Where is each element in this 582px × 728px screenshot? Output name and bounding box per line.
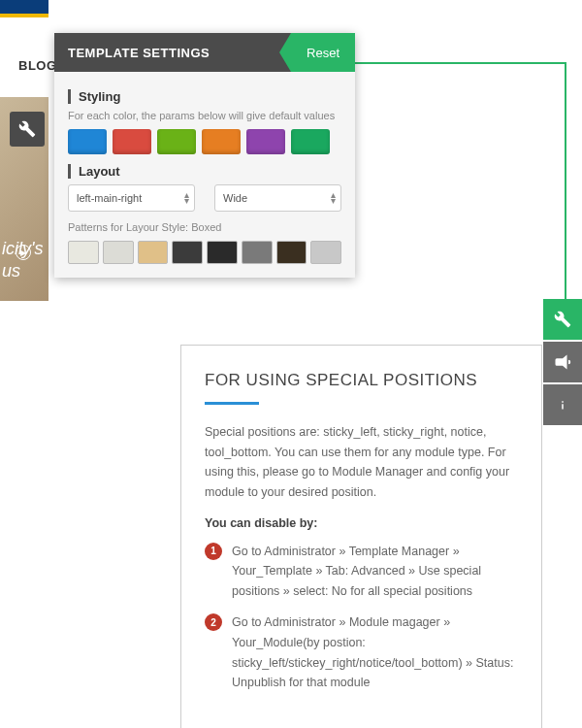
width-select[interactable]	[214, 184, 341, 212]
color-swatch-5[interactable]	[291, 129, 330, 154]
color-swatches	[68, 129, 341, 154]
pattern-swatch-5[interactable]	[242, 241, 273, 264]
pattern-swatch-7[interactable]	[310, 241, 341, 264]
layout-section-label: Layout	[68, 164, 341, 179]
pattern-swatches	[68, 241, 341, 264]
step-text: Go to Administrator » Module magager » Y…	[232, 612, 518, 693]
side-tabs	[543, 299, 582, 427]
nav-area: BLOG	[0, 56, 57, 74]
callout-connector	[349, 62, 566, 301]
info-paragraph: Special positions are: sticky_left, stic…	[205, 422, 518, 503]
panel-title: TEMPLATE SETTINGS	[68, 46, 210, 60]
wrench-icon	[18, 120, 36, 138]
step-number: 1	[205, 543, 222, 560]
step-row: 2Go to Administrator » Module magager » …	[205, 612, 518, 693]
patterns-label: Patterns for Layour Style: Boxed	[68, 221, 341, 233]
wrench-icon	[554, 311, 571, 328]
pattern-swatch-3[interactable]	[172, 241, 203, 264]
side-tab-info[interactable]	[543, 384, 582, 425]
title-underline	[205, 402, 259, 405]
step-number: 2	[205, 613, 222, 631]
color-swatch-3[interactable]	[202, 129, 241, 154]
color-swatch-4[interactable]	[246, 129, 285, 154]
info-icon	[554, 396, 571, 414]
layout-select-wrap: ▴▾	[68, 184, 195, 212]
pattern-swatch-2[interactable]	[138, 241, 169, 264]
side-tab-tools[interactable]	[543, 299, 582, 340]
pattern-swatch-0[interactable]	[68, 241, 99, 264]
step-text: Go to Administrator » Template Manager »…	[232, 542, 518, 602]
color-swatch-2[interactable]	[157, 129, 196, 154]
step-row: 1Go to Administrator » Template Manager …	[205, 542, 518, 602]
settings-toggle-button[interactable]	[10, 112, 45, 147]
side-tab-announce[interactable]	[543, 342, 582, 382]
pattern-swatch-4[interactable]	[207, 241, 238, 264]
hero-caption: icily's us	[0, 238, 48, 283]
disable-label: You can disable by:	[205, 516, 518, 530]
color-swatch-0[interactable]	[68, 129, 107, 154]
pattern-swatch-6[interactable]	[276, 241, 307, 264]
styling-section-label: Styling	[68, 89, 341, 104]
width-select-wrap: ▴▾	[214, 184, 341, 212]
panel-header: TEMPLATE SETTINGS Reset	[54, 33, 355, 72]
pattern-swatch-1[interactable]	[103, 241, 134, 264]
top-accent-strip	[0, 0, 48, 19]
info-card: FOR USING SPECIAL POSITIONS Special posi…	[180, 345, 542, 728]
bullhorn-icon	[554, 353, 571, 371]
styling-hint: For each color, the params below will gi…	[68, 110, 341, 121]
info-card-title: FOR USING SPECIAL POSITIONS	[205, 371, 518, 390]
reset-button[interactable]: Reset	[291, 33, 355, 72]
layout-select[interactable]	[68, 184, 195, 212]
nav-item-blog[interactable]: BLOG	[18, 58, 57, 73]
template-settings-panel: TEMPLATE SETTINGS Reset Styling For each…	[54, 33, 355, 278]
color-swatch-1[interactable]	[113, 129, 151, 154]
